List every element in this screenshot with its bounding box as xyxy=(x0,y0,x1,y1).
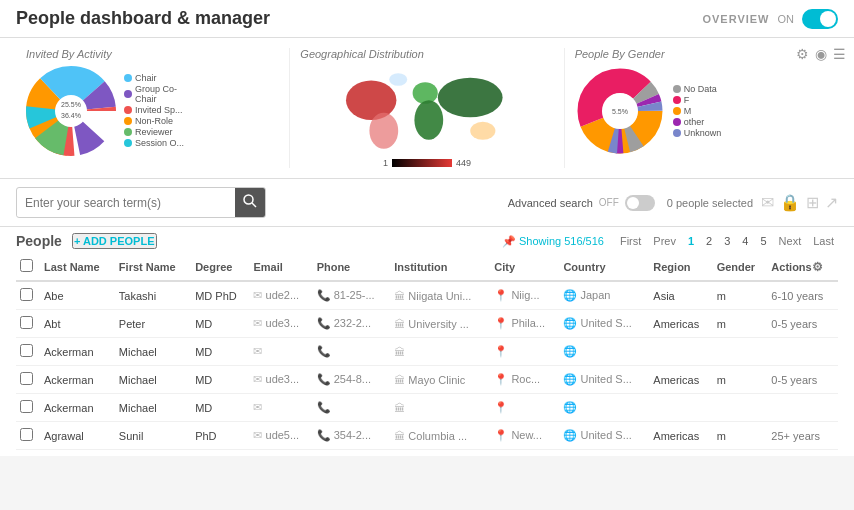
col-first-name[interactable]: First Name xyxy=(115,253,191,281)
last-page-link[interactable]: Last xyxy=(809,234,838,248)
row-checkbox[interactable] xyxy=(20,288,33,301)
prev-page-link[interactable]: Prev xyxy=(649,234,680,248)
svg-text:36.4%: 36.4% xyxy=(61,112,81,119)
svg-point-14 xyxy=(470,122,495,140)
list-view-icon[interactable]: ☰ xyxy=(833,46,846,62)
select-all-col[interactable] xyxy=(16,253,40,281)
invited-pie-container: 25.5% 36.4% Chair Group Co-Chair Invited… xyxy=(26,66,279,156)
cell-gender: m xyxy=(713,281,768,310)
row-checkbox[interactable] xyxy=(20,316,33,329)
cell-phone: 📞 xyxy=(313,394,391,422)
world-map xyxy=(332,66,522,156)
cell-country: 🌐 United S... xyxy=(559,310,649,338)
table-row: Abt Peter MD ✉ ude3... 📞 232-2... 🏛 Univ… xyxy=(16,310,838,338)
search-input[interactable] xyxy=(17,190,235,216)
cell-phone: 📞 354-2... xyxy=(313,422,391,450)
cell-region: Asia xyxy=(649,281,712,310)
table-row: Agrawal Sunil PhD ✉ ude5... 📞 354-2... 🏛… xyxy=(16,422,838,450)
col-gender[interactable]: Gender xyxy=(713,253,768,281)
row-checkbox[interactable] xyxy=(20,344,33,357)
advanced-label: Advanced search xyxy=(508,197,593,209)
on-label: ON xyxy=(778,13,795,25)
selected-count: 0 people selected xyxy=(667,197,753,209)
cell-gender: m xyxy=(713,366,768,394)
people-label: People xyxy=(16,233,62,249)
search-icon xyxy=(243,194,257,208)
settings-icon[interactable]: ⚙ xyxy=(796,46,809,62)
header: People dashboard & manager OVERVIEW ON xyxy=(0,0,854,38)
cell-degree: MD PhD xyxy=(191,281,249,310)
svg-point-13 xyxy=(438,78,503,118)
add-people-button[interactable]: + ADD PEOPLE xyxy=(72,233,157,249)
row-checkbox[interactable] xyxy=(20,428,33,441)
row-checkbox-cell[interactable] xyxy=(16,394,40,422)
geographical-title: Geographical Distribution xyxy=(300,48,553,60)
page-2-link[interactable]: 2 xyxy=(702,234,716,248)
cell-last-name: Ackerman xyxy=(40,394,115,422)
row-checkbox-cell[interactable] xyxy=(16,310,40,338)
col-last-name[interactable]: Last Name xyxy=(40,253,115,281)
table-row: Ackerman Michael MD ✉ ude3... 📞 254-8...… xyxy=(16,366,838,394)
geographical-panel: Geographical Distribution xyxy=(290,48,564,168)
cell-gender xyxy=(713,338,768,366)
col-actions[interactable]: Actions ⚙ xyxy=(767,253,838,281)
cell-institution: 🏛 xyxy=(390,394,490,422)
actions-gear-icon[interactable]: ⚙ xyxy=(812,260,823,274)
col-degree[interactable]: Degree xyxy=(191,253,249,281)
row-checkbox-cell[interactable] xyxy=(16,366,40,394)
cell-gender xyxy=(713,394,768,422)
col-region[interactable]: Region xyxy=(649,253,712,281)
cell-degree: MD xyxy=(191,366,249,394)
cell-last-name: Abt xyxy=(40,310,115,338)
email-icon[interactable]: ✉ xyxy=(761,193,774,212)
cell-institution: 🏛 University ... xyxy=(390,310,490,338)
gender-donut-chart: 5.5% xyxy=(575,66,665,156)
col-country[interactable]: Country xyxy=(559,253,649,281)
cell-country: 🌐 xyxy=(559,394,649,422)
charts-row: Invited By Activity 25.5% 36.4% Chair xyxy=(16,48,838,168)
cell-phone: 📞 232-2... xyxy=(313,310,391,338)
search-button[interactable] xyxy=(235,188,265,217)
next-page-link[interactable]: Next xyxy=(775,234,806,248)
chart-view-icon[interactable]: ◉ xyxy=(815,46,827,62)
merge-icon[interactable]: ⊞ xyxy=(806,193,819,212)
cell-degree: MD xyxy=(191,310,249,338)
people-gender-title: People By Gender xyxy=(575,48,828,60)
advanced-toggle[interactable] xyxy=(625,195,655,211)
cell-country: 🌐 Japan xyxy=(559,281,649,310)
row-checkbox[interactable] xyxy=(20,372,33,385)
search-right: Advanced search OFF 0 people selected ✉ … xyxy=(508,193,838,212)
cell-email: ✉ xyxy=(249,394,312,422)
row-checkbox-cell[interactable] xyxy=(16,338,40,366)
col-email[interactable]: Email xyxy=(249,253,312,281)
map-container: 1 449 xyxy=(300,66,553,168)
gender-legend: No Data F M other Unknown xyxy=(673,84,722,139)
cell-first-name: Sunil xyxy=(115,422,191,450)
select-all-checkbox[interactable] xyxy=(20,259,33,272)
row-checkbox[interactable] xyxy=(20,400,33,413)
cell-first-name: Michael xyxy=(115,394,191,422)
page-4-link[interactable]: 4 xyxy=(738,234,752,248)
col-city[interactable]: City xyxy=(490,253,559,281)
cell-email: ✉ ude5... xyxy=(249,422,312,450)
cell-country: 🌐 xyxy=(559,338,649,366)
cell-actions: 0-5 years xyxy=(767,310,838,338)
page-1-link[interactable]: 1 xyxy=(684,234,698,248)
row-checkbox-cell[interactable] xyxy=(16,422,40,450)
first-page-link[interactable]: First xyxy=(616,234,645,248)
row-checkbox-cell[interactable] xyxy=(16,281,40,310)
cell-first-name: Michael xyxy=(115,366,191,394)
cell-city: 📍 Niig... xyxy=(490,281,559,310)
charts-section: ⚙ ◉ ☰ Invited By Activity 25.5% 36.4% xyxy=(0,38,854,179)
table-row: Ackerman Michael MD ✉ 📞 🏛 📍 🌐 xyxy=(16,394,838,422)
lock-icon[interactable]: 🔒 xyxy=(780,193,800,212)
cell-region: Americas xyxy=(649,422,712,450)
col-institution[interactable]: Institution xyxy=(390,253,490,281)
page-3-link[interactable]: 3 xyxy=(720,234,734,248)
overview-toggle[interactable] xyxy=(802,9,838,29)
cell-region xyxy=(649,338,712,366)
scale-max: 449 xyxy=(456,158,471,168)
export-icon[interactable]: ↗ xyxy=(825,193,838,212)
page-5-link[interactable]: 5 xyxy=(756,234,770,248)
col-phone[interactable]: Phone xyxy=(313,253,391,281)
